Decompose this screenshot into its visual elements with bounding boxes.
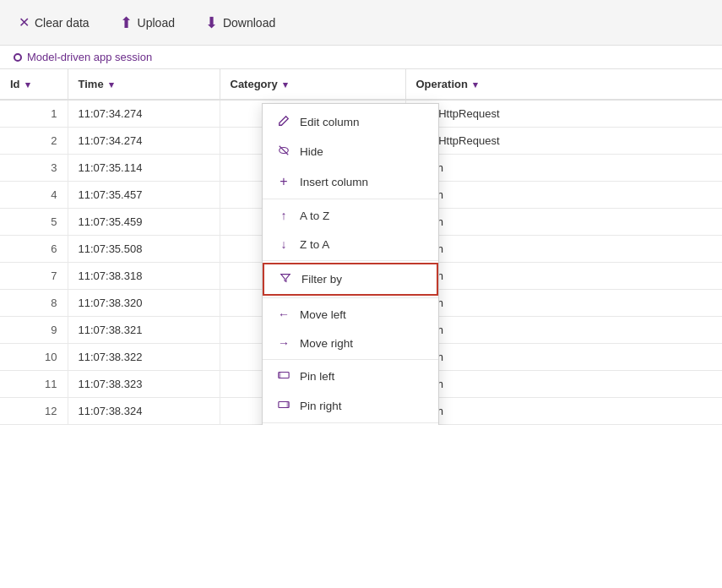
col-header-time[interactable]: Time ▾ (68, 69, 220, 100)
cell-operation: Fetch (405, 398, 722, 425)
cell-id: 6 (0, 236, 68, 263)
cell-id: 9 (0, 317, 68, 344)
menu-item-pin-left[interactable]: Pin left (263, 362, 438, 391)
insert-column-icon: + (276, 174, 291, 189)
cell-operation: XMLHttpRequest (405, 128, 722, 155)
edit-column-icon (276, 115, 291, 129)
col-header-id[interactable]: Id ▾ (0, 69, 68, 100)
a-to-z-icon: ↑ (276, 209, 291, 222)
id-sort-icon: ▾ (23, 79, 30, 90)
session-dot-icon (14, 53, 22, 62)
download-label: Download (223, 16, 275, 30)
menu-item-a-to-z[interactable]: ↑ A to Z (263, 201, 438, 230)
menu-divider (263, 297, 438, 298)
category-context-menu: Edit column Hide + Insert column ↑ A to … (262, 103, 439, 425)
filter-by-icon (278, 272, 293, 286)
move-left-label: Move left (300, 308, 346, 321)
svg-rect-3 (279, 373, 281, 378)
table-container: Id ▾ Time ▾ Category ▾ Operation ▾ 1 11:… (0, 69, 722, 425)
cell-id: 1 (0, 100, 68, 128)
cell-time: 11:07:35.459 (68, 209, 220, 236)
cell-time: 11:07:38.320 (68, 290, 220, 317)
menu-item-edit-column[interactable]: Edit column (263, 107, 438, 137)
clear-data-button[interactable]: ✕ Clear data (14, 11, 95, 34)
filter-by-label: Filter by (301, 273, 342, 286)
cell-time: 11:07:34.274 (68, 100, 220, 128)
menu-item-z-to-a[interactable]: ↓ Z to A (263, 230, 438, 259)
cell-id: 11 (0, 371, 68, 398)
cell-time: 11:07:38.322 (68, 344, 220, 371)
svg-rect-5 (287, 402, 290, 408)
menu-item-move-left[interactable]: ← Move left (263, 300, 438, 329)
insert-column-label: Insert column (300, 176, 368, 188)
session-bar: Model-driven app session (0, 46, 722, 69)
pin-left-icon (276, 369, 291, 384)
cell-operation: Fetch (405, 371, 722, 398)
cell-id: 5 (0, 209, 68, 236)
cell-operation: XMLHttpRequest (405, 100, 722, 128)
cell-operation: Fetch (405, 290, 722, 317)
cell-time: 11:07:34.274 (68, 128, 220, 155)
cell-operation: Fetch (405, 182, 722, 209)
cell-time: 11:07:35.508 (68, 236, 220, 263)
upload-icon: ⬆ (120, 14, 133, 32)
cell-id: 12 (0, 398, 68, 425)
cell-operation: Fetch (405, 317, 722, 344)
cell-time: 11:07:38.323 (68, 371, 220, 398)
z-to-a-label: Z to A (300, 238, 329, 251)
menu-divider (263, 199, 438, 199)
download-icon: ⬇ (205, 14, 218, 32)
cell-time: 11:07:38.321 (68, 317, 220, 344)
col-header-category[interactable]: Category ▾ (220, 69, 405, 100)
clear-data-icon: ✕ (19, 14, 30, 30)
a-to-z-label: A to Z (300, 210, 329, 222)
cell-operation: Fetch (405, 344, 722, 371)
cell-time: 11:07:38.324 (68, 398, 220, 425)
cell-id: 4 (0, 182, 68, 209)
col-header-operation[interactable]: Operation ▾ (405, 69, 722, 100)
z-to-a-icon: ↓ (276, 237, 291, 251)
upload-label: Upload (138, 16, 175, 30)
pin-right-label: Pin right (300, 400, 342, 412)
cell-id: 8 (0, 290, 68, 317)
menu-item-hide[interactable]: Hide (263, 137, 438, 166)
toolbar: ✕ Clear data ⬆ Upload ⬇ Download (0, 0, 722, 46)
cell-id: 2 (0, 128, 68, 155)
table-header-row: Id ▾ Time ▾ Category ▾ Operation ▾ (0, 69, 722, 100)
move-left-icon: ← (276, 308, 291, 321)
cell-operation: Fetch (405, 236, 722, 263)
time-sort-icon: ▾ (106, 79, 114, 90)
menu-divider (263, 260, 438, 261)
hide-icon (276, 144, 291, 159)
cell-operation: Fetch (405, 155, 722, 182)
menu-item-pin-right[interactable]: Pin right (263, 391, 438, 421)
operation-sort-icon: ▾ (470, 79, 478, 90)
clear-data-label: Clear data (35, 16, 90, 30)
move-right-label: Move right (300, 337, 353, 350)
category-sort-icon: ▾ (280, 79, 288, 90)
edit-column-label: Edit column (300, 116, 360, 128)
pin-right-icon (276, 399, 291, 413)
cell-time: 11:07:35.114 (68, 155, 220, 182)
menu-item-move-right[interactable]: → Move right (263, 329, 438, 357)
pin-left-label: Pin left (300, 370, 334, 383)
menu-divider (263, 359, 438, 360)
cell-operation: Fetch (405, 209, 722, 236)
upload-button[interactable]: ⬆ Upload (115, 10, 180, 35)
menu-item-insert-column[interactable]: + Insert column (263, 166, 438, 197)
menu-item-filter-by[interactable]: Filter by (263, 263, 438, 296)
menu-divider (263, 422, 438, 423)
cell-time: 11:07:38.318 (68, 263, 220, 290)
session-label: Model-driven app session (27, 51, 152, 63)
move-right-icon: → (276, 336, 291, 350)
download-button[interactable]: ⬇ Download (200, 10, 280, 35)
hide-label: Hide (300, 145, 323, 158)
cell-time: 11:07:35.457 (68, 182, 220, 209)
cell-id: 3 (0, 155, 68, 182)
cell-operation: Fetch (405, 263, 722, 290)
cell-id: 7 (0, 263, 68, 290)
cell-id: 10 (0, 344, 68, 371)
